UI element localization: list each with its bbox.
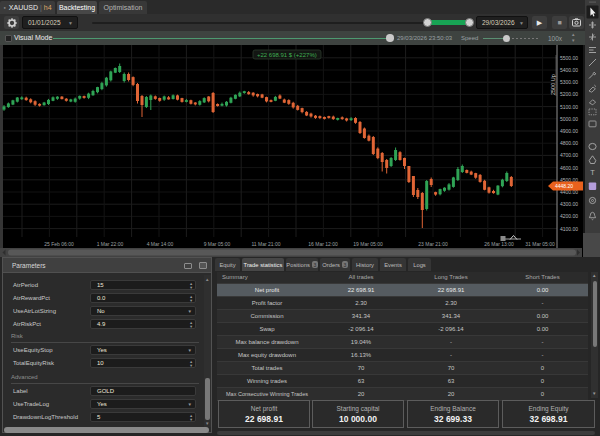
svg-text:5200.00: 5200.00 xyxy=(560,91,578,97)
svg-text:T: T xyxy=(590,168,595,177)
svg-text:+22 698.91 $ (+227%): +22 698.91 $ (+227%) xyxy=(257,52,317,58)
svg-text:5300.00: 5300.00 xyxy=(560,79,578,85)
svg-text:4448.20: 4448.20 xyxy=(555,183,573,189)
svg-text:4700.00: 4700.00 xyxy=(560,152,578,158)
svg-text:4900.00: 4900.00 xyxy=(560,128,578,134)
svg-text:19 Mar 05:00: 19 Mar 05:00 xyxy=(353,241,383,247)
svg-text:4800.00: 4800.00 xyxy=(560,140,578,146)
svg-text:4200.00: 4200.00 xyxy=(560,213,578,219)
svg-text:31 Mar 05:00: 31 Mar 05:00 xyxy=(525,241,555,247)
svg-text:1 Mar 22:00: 1 Mar 22:00 xyxy=(97,241,124,247)
svg-text:4 Mar 14:00: 4 Mar 14:00 xyxy=(147,241,174,247)
svg-text:16 Mar 12:00: 16 Mar 12:00 xyxy=(308,241,338,247)
svg-text:5000.00: 5000.00 xyxy=(560,116,578,122)
svg-text:2500 Up: 2500 Up xyxy=(550,74,556,95)
svg-text:5400.00: 5400.00 xyxy=(560,67,578,73)
svg-text:4300.00: 4300.00 xyxy=(560,201,578,207)
svg-text:5500.00: 5500.00 xyxy=(560,55,578,61)
svg-text:9 Mar 05:00: 9 Mar 05:00 xyxy=(204,241,231,247)
svg-text:25 Feb 06:00: 25 Feb 06:00 xyxy=(44,241,74,247)
svg-text:11 Mar 21:00: 11 Mar 21:00 xyxy=(251,241,280,247)
svg-text:23 Mar 21:00: 23 Mar 21:00 xyxy=(418,241,448,247)
svg-text:4100.00: 4100.00 xyxy=(560,226,578,232)
svg-text:5100.00: 5100.00 xyxy=(560,104,578,110)
svg-text:26 Mar 13:00: 26 Mar 13:00 xyxy=(484,241,514,247)
svg-text:4600.00: 4600.00 xyxy=(560,165,578,171)
